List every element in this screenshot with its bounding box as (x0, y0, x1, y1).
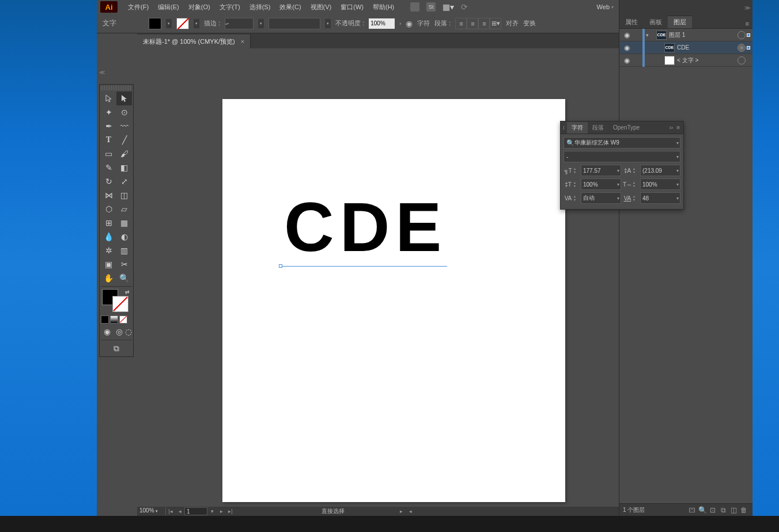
delete-layer-icon[interactable]: 🗑 (739, 506, 749, 514)
stepper[interactable]: ▴▾ (574, 167, 580, 174)
variable-width-profile[interactable] (269, 18, 320, 29)
graph-tool-icon[interactable]: ▥ (116, 244, 132, 257)
page-input[interactable] (184, 507, 207, 515)
panel-grabber[interactable] (101, 86, 132, 90)
text-start-handle[interactable] (279, 264, 282, 268)
swap-fill-stroke-icon[interactable]: ⇄ (125, 289, 130, 295)
align-justify-icon[interactable]: ⊞▾ (490, 18, 501, 29)
left-collapse-icon[interactable]: ≪ (99, 69, 105, 76)
slice-tool-icon[interactable]: ✂ (116, 257, 132, 271)
menu-view[interactable]: 视图(V) (306, 2, 336, 13)
sync-icon[interactable]: ⟳ (461, 2, 468, 12)
curvature-tool-icon[interactable]: 〰 (116, 119, 132, 133)
font-family-input[interactable]: 🔍 华康新综艺体 W9 ▾ (564, 137, 680, 149)
menu-object[interactable]: 对象(O) (184, 2, 215, 13)
menu-help[interactable]: 帮助(H) (368, 2, 399, 13)
pen-tool-icon[interactable]: ✒ (101, 119, 116, 133)
fill-swatch[interactable] (149, 18, 161, 29)
font-style-input[interactable]: - ▾ (564, 151, 680, 162)
character-link[interactable]: 字符 (417, 19, 430, 28)
color-mode-gradient[interactable] (110, 316, 118, 324)
collapse-dock-icon[interactable]: ≫ (744, 5, 750, 11)
scale-tool-icon[interactable]: ⤢ (116, 174, 132, 188)
leading-input[interactable]: (213.09▾ (640, 165, 680, 176)
width-tool-icon[interactable]: ⋈ (101, 188, 116, 202)
mesh-tool-icon[interactable]: ⊞ (101, 216, 116, 230)
layer-row[interactable]: ◉ ▾ CDE 图层 1 (619, 29, 752, 41)
align-center-icon[interactable]: ≡ (467, 18, 478, 29)
lasso-tool-icon[interactable]: ⊙ (116, 105, 132, 119)
stepper[interactable]: ▴▾ (633, 181, 639, 188)
shape-builder-tool-icon[interactable]: ⬡ (101, 202, 116, 216)
align-left-icon[interactable]: ≡ (455, 18, 467, 29)
fill-dropdown[interactable]: ▾ (166, 19, 172, 28)
prev-page-icon[interactable]: ◂ (175, 507, 184, 515)
tab-properties[interactable]: 属性 (619, 16, 644, 28)
target-icon[interactable] (738, 31, 746, 39)
new-layer-icon[interactable]: ◫ (728, 506, 739, 514)
magic-wand-tool-icon[interactable]: ✦ (101, 105, 116, 119)
visibility-toggle-icon[interactable]: ◉ (622, 56, 632, 64)
tab-paragraph[interactable]: 段落 (588, 122, 608, 134)
stroke-swatch[interactable] (176, 18, 189, 29)
hand-tool-icon[interactable]: ✋ (101, 271, 116, 285)
text-object[interactable]: CDE (284, 192, 447, 261)
selection-indicator[interactable] (747, 59, 750, 62)
stroke-dropdown[interactable]: ▾ (194, 19, 199, 28)
paintbrush-tool-icon[interactable]: 🖌 (116, 147, 132, 161)
layer-name[interactable]: 图层 1 (669, 31, 738, 39)
document-tab[interactable]: 未标题-1* @ 100% (CMYK/预览) × (137, 35, 251, 48)
stepper[interactable]: ▴▾ (574, 181, 580, 188)
blend-tool-icon[interactable]: ◐ (116, 230, 132, 244)
eraser-tool-icon[interactable]: ◧ (116, 161, 132, 174)
font-size-input[interactable]: 177.57▾ (581, 165, 621, 176)
status-prev-icon[interactable]: ▸ (396, 507, 406, 515)
type-tool-icon[interactable]: T (101, 133, 116, 147)
kerning-input[interactable]: 自动▾ (581, 192, 621, 204)
menu-file[interactable]: 文件(F) (123, 2, 153, 13)
visibility-toggle-icon[interactable]: ◉ (622, 31, 632, 39)
selection-indicator[interactable] (747, 33, 750, 37)
tab-artboards[interactable]: 画板 (644, 16, 668, 28)
tab-close-icon[interactable]: × (241, 38, 244, 45)
draw-inside-icon[interactable]: ◌ (125, 325, 132, 339)
layer-name[interactable]: < 文字 > (677, 56, 738, 64)
h-scale-input[interactable]: 100%▾ (640, 178, 680, 190)
stepper[interactable]: ▴▾ (574, 195, 580, 202)
expand-toggle-icon[interactable]: ▾ (646, 32, 654, 38)
v-scale-input[interactable]: 100%▾ (581, 178, 621, 190)
first-page-icon[interactable]: |◂ (166, 507, 175, 515)
panel-menu-icon[interactable]: ≡ (676, 124, 680, 131)
stepper[interactable]: ▴▾ (633, 167, 639, 174)
new-sublayer-icon[interactable]: ⧉ (718, 506, 728, 514)
layer-row[interactable]: ◉ CDE CDE (619, 41, 752, 54)
draw-normal-icon[interactable]: ◉ (101, 325, 113, 339)
symbol-spray-tool-icon[interactable]: ✲ (101, 244, 116, 257)
free-transform-tool-icon[interactable]: ◫ (116, 188, 132, 202)
last-page-icon[interactable]: ▸| (226, 507, 235, 515)
page-dropdown-icon[interactable]: ▾ (207, 507, 217, 515)
align-right-icon[interactable]: ≡ (478, 18, 490, 29)
layer-row[interactable]: ◉ < 文字 > (619, 54, 752, 67)
arrange-docs-icon[interactable]: ▦▾ (443, 2, 454, 12)
menu-edit[interactable]: 编辑(E) (153, 2, 184, 13)
gradient-tool-icon[interactable]: ▦ (116, 216, 132, 230)
opacity-arrow[interactable]: › (399, 21, 401, 26)
zoom-input[interactable]: 100% ▾ (137, 507, 166, 515)
globe-icon[interactable]: ◉ (406, 19, 413, 28)
direct-selection-tool-icon[interactable] (116, 92, 132, 105)
artboard-tool-icon[interactable]: ▣ (101, 257, 116, 271)
transform-link[interactable]: 变换 (523, 19, 536, 28)
layer-name[interactable]: CDE (677, 44, 738, 51)
stock-icon[interactable]: St (426, 2, 436, 12)
selection-indicator[interactable] (747, 46, 750, 50)
selection-tool-icon[interactable] (101, 92, 116, 105)
tracking-input[interactable]: 48▾ (640, 192, 680, 204)
tab-layers[interactable]: 图层 (668, 16, 692, 28)
color-mode-none[interactable] (119, 316, 127, 324)
rotate-tool-icon[interactable]: ↻ (101, 174, 116, 188)
zoom-tool-icon[interactable]: 🔍 (116, 271, 132, 285)
stroke-weight-input[interactable]: ▴▾ (225, 18, 254, 29)
gpu-icon[interactable] (410, 2, 419, 12)
locate-layer-icon[interactable]: ⮹ (687, 506, 697, 514)
